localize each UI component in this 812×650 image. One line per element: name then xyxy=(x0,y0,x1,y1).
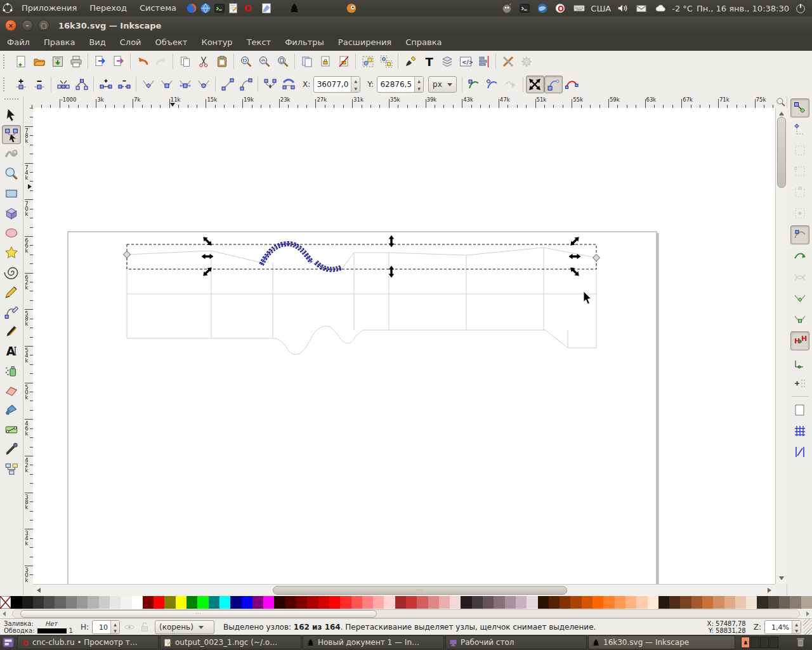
stroke-width[interactable]: 1 xyxy=(69,627,73,634)
palette-swatch[interactable] xyxy=(351,596,362,609)
toolbar-grip[interactable] xyxy=(3,55,9,69)
palette-swatch[interactable] xyxy=(384,596,395,609)
taskbar-window-button-2[interactable]: output_0023_1.ngc (~/.o… xyxy=(160,635,301,649)
palette-swatch[interactable] xyxy=(164,596,175,609)
open-document-button[interactable] xyxy=(30,53,48,70)
palette-swatch[interactable] xyxy=(702,596,713,609)
panel-menu-system[interactable]: Система xyxy=(133,0,183,17)
text-tool[interactable]: A xyxy=(2,342,21,361)
palette-swatch[interactable] xyxy=(99,596,110,609)
web-browser-launcher-icon[interactable] xyxy=(199,2,212,15)
menu-help[interactable]: Справка xyxy=(398,34,449,51)
snap-toggle-button[interactable] xyxy=(790,98,809,117)
taskbar-window-button-1[interactable]: Ocnc-club.ru • Просмотр т… xyxy=(17,635,159,649)
palette-swatch[interactable] xyxy=(285,596,296,609)
horizontal-scrollbar[interactable]: ⋯ xyxy=(33,584,775,596)
palette-swatch[interactable] xyxy=(219,596,230,609)
export-button[interactable] xyxy=(109,53,128,70)
palette-swatch[interactable] xyxy=(22,596,33,609)
palette-swatch[interactable] xyxy=(274,596,285,609)
close-button[interactable]: × xyxy=(5,20,16,31)
symmetric-node-button[interactable] xyxy=(176,76,194,93)
palette-swatch[interactable] xyxy=(11,596,22,609)
undo-button[interactable] xyxy=(133,53,152,70)
snap-cusp-nodes-button[interactable] xyxy=(791,289,809,307)
print-button[interactable] xyxy=(67,53,85,70)
palette-swatch[interactable] xyxy=(33,596,44,609)
palette-swatch[interactable] xyxy=(516,596,527,609)
join-nodes-button[interactable] xyxy=(54,76,72,93)
palette-swatch[interactable] xyxy=(340,596,351,609)
thunderbird-tray-icon[interactable] xyxy=(536,2,549,15)
fill-stroke-dialog-button[interactable] xyxy=(401,53,419,70)
snap-page-border-button[interactable] xyxy=(791,401,809,419)
layer-lock-icon[interactable] xyxy=(138,621,151,633)
spray-tool[interactable] xyxy=(2,361,21,380)
fill-stroke-indicator[interactable]: Заливка: Нет Обводка: 1 xyxy=(0,620,75,634)
palette-swatch[interactable] xyxy=(483,596,494,609)
power-icon[interactable] xyxy=(794,2,807,15)
palette-swatch[interactable] xyxy=(395,596,406,609)
snap-bbox-button[interactable] xyxy=(791,121,809,138)
ungroup-button[interactable] xyxy=(377,53,395,70)
resize-grip[interactable] xyxy=(803,619,812,635)
weather-cloud-icon[interactable] xyxy=(654,2,667,15)
box3d-tool[interactable] xyxy=(2,204,21,223)
units-dropdown[interactable]: px xyxy=(428,76,457,93)
snap-to-paths-button[interactable] xyxy=(791,248,809,265)
palette-swatch[interactable] xyxy=(242,596,252,609)
stroke-color-swatch[interactable] xyxy=(37,628,67,633)
palette-swatch[interactable] xyxy=(603,596,614,609)
palette-swatch[interactable] xyxy=(713,596,724,609)
edit-clip-path-button[interactable] xyxy=(465,76,483,93)
opera-launcher-icon[interactable]: O xyxy=(241,2,254,15)
paste-button[interactable] xyxy=(213,53,231,70)
show-bezier-handles-button[interactable] xyxy=(544,76,563,93)
zoom-drawing-button[interactable] xyxy=(255,53,273,70)
text-dialog-button[interactable]: T xyxy=(419,53,438,70)
menu-filters[interactable]: Фильтры xyxy=(278,34,331,51)
rect-tool[interactable] xyxy=(2,184,21,203)
edit-mask-button[interactable] xyxy=(483,76,502,93)
save-document-button[interactable] xyxy=(48,53,67,70)
xml-editor-button[interactable]: </> xyxy=(456,53,475,70)
taskbar-window-button-4[interactable]: Рабочий стол xyxy=(445,635,587,649)
snap-guides-button[interactable] xyxy=(791,443,809,461)
snap-smooth-nodes-button[interactable] xyxy=(791,310,809,328)
zoom-selection-button[interactable] xyxy=(237,53,255,70)
delete-node-button[interactable] xyxy=(30,76,48,93)
snap-line-midpoints-button[interactable] xyxy=(791,354,809,371)
palette-swatch[interactable] xyxy=(44,596,55,609)
sticky-zoom-button[interactable] xyxy=(775,96,787,109)
palette-swatch[interactable] xyxy=(593,596,603,609)
delete-segment-button[interactable] xyxy=(115,76,133,93)
palette-swatch[interactable] xyxy=(450,596,461,609)
scroll-right-arrow[interactable] xyxy=(768,588,771,593)
preferences-button[interactable] xyxy=(499,53,517,70)
palette-swatch[interactable] xyxy=(329,596,340,609)
panel-menu-applications[interactable]: Приложения xyxy=(15,0,83,17)
palette-swatch[interactable] xyxy=(494,596,504,609)
workspace-cell-4[interactable] xyxy=(769,637,778,648)
selector-tool[interactable] xyxy=(2,105,21,124)
palette-swatch[interactable] xyxy=(615,596,625,609)
palette-scroll-left-arrow[interactable] xyxy=(3,611,6,616)
palette-swatch[interactable] xyxy=(505,596,516,609)
palette-swatch[interactable] xyxy=(768,596,779,609)
pencil-tool[interactable] xyxy=(2,282,21,302)
tweak-tool[interactable] xyxy=(2,145,21,164)
object-to-path-button[interactable] xyxy=(261,76,279,93)
snap-nodes-button[interactable] xyxy=(790,225,809,244)
palette-swatch[interactable] xyxy=(176,596,187,609)
window-list-applet-icon[interactable] xyxy=(2,636,15,649)
zoom-spinbox[interactable]: 1,4% ▲▼ xyxy=(764,620,801,634)
palette-swatch[interactable] xyxy=(110,596,121,609)
show-transform-handles-button[interactable] xyxy=(526,76,544,93)
palette-swatch[interactable] xyxy=(779,596,790,609)
node-tool[interactable] xyxy=(2,125,21,144)
palette-swatch[interactable] xyxy=(582,596,593,609)
inkscape-launcher-icon[interactable] xyxy=(288,2,301,15)
palette-swatch[interactable] xyxy=(636,596,647,609)
gradient-tool[interactable] xyxy=(2,420,21,439)
palette-swatch[interactable] xyxy=(263,596,274,609)
